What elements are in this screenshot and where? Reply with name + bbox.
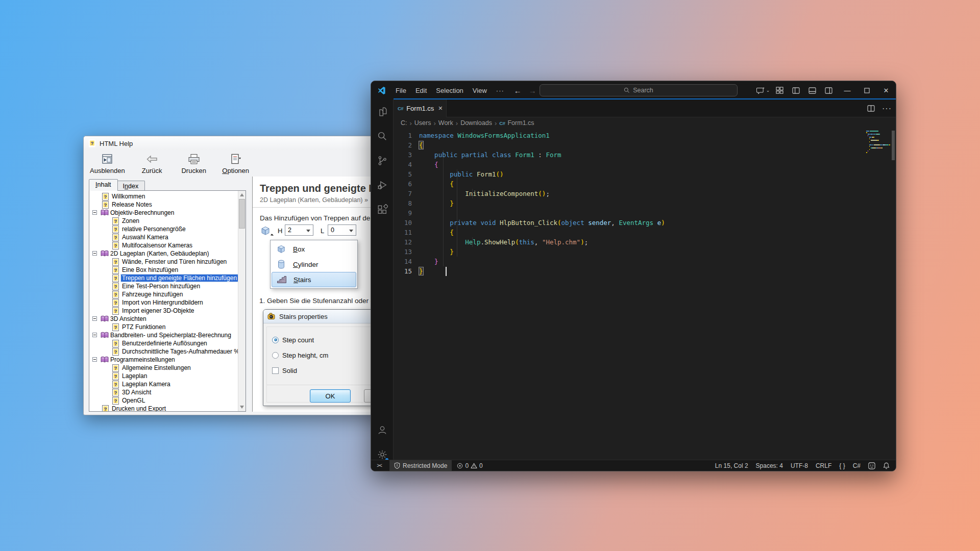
explorer-icon[interactable] (371, 102, 394, 122)
encoding[interactable]: UTF-8 (791, 462, 808, 469)
options-toolbar-button[interactable]: Optionen (221, 153, 251, 178)
code-line[interactable]: 4 { (394, 160, 860, 169)
tree-item[interactable]: ?Treppen und geneigte Flächen hinzufügen (89, 274, 238, 282)
copilot-chat-icon[interactable]: ⌄ (756, 84, 770, 97)
search-box[interactable]: Search (540, 84, 738, 96)
tree-item[interactable]: ?OpenGL (89, 396, 238, 405)
code-line[interactable]: 5 public Form1() (394, 169, 860, 179)
tree-item-label[interactable]: PTZ Funktionen (121, 323, 166, 331)
tree-item[interactable]: ?Benutzerdefinierte Auflösungen (89, 339, 238, 347)
tree-item[interactable]: ?Durchschnittliche Tages-Aufnahmedauer % (89, 347, 238, 356)
collapse-minus-icon[interactable] (92, 357, 97, 362)
nav-back-icon[interactable]: ← (514, 86, 522, 95)
tree-item[interactable]: Bandbreiten- und Speicherplatz-Berechnun… (89, 331, 238, 339)
tree-item[interactable]: ?Import eigener 3D-Objekte (89, 307, 238, 315)
collapse-minus-icon[interactable] (92, 210, 97, 215)
tree-item-label[interactable]: Drucken und Export (111, 405, 167, 411)
editor-scrollbar[interactable] (891, 129, 896, 460)
close-button[interactable]: ✕ (876, 81, 896, 99)
tree-item[interactable]: ?Release Notes (89, 201, 238, 209)
extensions-icon[interactable] (371, 199, 394, 220)
split-editor-icon[interactable] (867, 105, 875, 112)
tree-item[interactable]: Objektiv-Berechnungen (89, 209, 238, 217)
minimap[interactable] (866, 131, 890, 154)
tree-item-label[interactable]: Allgemeine Einstellungen (121, 364, 192, 371)
tree-item-label[interactable]: Benutzerdefinierte Auflösungen (121, 340, 208, 347)
topic-breadcrumb[interactable]: 2D Lageplan (Karten, Gebäudeplan) » (260, 196, 368, 204)
solid-checkbox[interactable] (272, 367, 279, 374)
problems-indicator[interactable]: 0 0 (457, 462, 482, 469)
source-control-icon[interactable] (371, 151, 394, 171)
tree-item[interactable]: Programmeinstellungen (89, 356, 238, 364)
code-line[interactable]: 8 } (394, 198, 860, 208)
tree-item[interactable]: ?Eine Test-Person hinzufügen (89, 282, 238, 290)
accounts-icon[interactable] (371, 420, 394, 440)
code-editor[interactable]: 1namespace WindowsFormsApplication12{3 p… (394, 129, 896, 460)
tree-item-label[interactable]: Import eigener 3D-Objekte (121, 307, 195, 314)
tree-item[interactable]: ?Auswahl Kamera (89, 233, 238, 241)
tree-item-label[interactable]: Release Notes (111, 201, 153, 208)
tree-item-label[interactable]: Bandbreiten- und Speicherplatz-Berechnun… (109, 332, 232, 339)
minimize-button[interactable]: — (838, 81, 857, 99)
customize-layout-icon[interactable] (772, 84, 787, 97)
notifications-bell-icon[interactable] (883, 462, 890, 469)
menu-file[interactable]: File (391, 85, 411, 96)
tree-item-label[interactable]: Objektiv-Berechnungen (109, 209, 175, 216)
height-combobox[interactable]: 2 (285, 224, 313, 236)
ok-button[interactable]: OK (310, 389, 351, 403)
scroll-up-arrow-icon[interactable] (240, 193, 244, 196)
tree-item[interactable]: 3D Ansichten (89, 315, 238, 323)
indentation[interactable]: Spaces: 4 (756, 462, 783, 469)
tree-item[interactable]: ?Allgemeine Einstellungen (89, 364, 238, 372)
tree-item-label[interactable]: OpenGL (121, 397, 146, 404)
breadcrumb-item[interactable]: Form1.cs (507, 119, 534, 127)
tree-item[interactable]: ?Lageplan (89, 372, 238, 380)
tree-item[interactable]: 2D Lageplan (Karten, Gebäudeplan) (89, 249, 238, 258)
tree-scrollbar[interactable] (238, 191, 246, 411)
code-line[interactable]: 14 } (394, 257, 860, 266)
collapse-minus-icon[interactable] (92, 333, 97, 337)
tree-item-label[interactable]: 2D Lageplan (Karten, Gebäudeplan) (109, 250, 210, 257)
menu-edit[interactable]: Edit (411, 85, 431, 96)
tree-item-label[interactable]: Import von Hintergrundbildern (121, 299, 204, 306)
tree-item-label[interactable]: Wände, Fenster und Türen hinzufügen (121, 258, 228, 265)
search-view-icon[interactable] (371, 126, 394, 146)
language-mode[interactable]: C# (853, 462, 861, 469)
tree-item-label[interactable]: Auswahl Kamera (121, 234, 169, 241)
tree-item-label[interactable]: Eine Test-Person hinzufügen (121, 283, 201, 290)
menu-view[interactable]: View (468, 85, 492, 96)
collapse-minus-icon[interactable] (92, 251, 97, 256)
tab-form1-cs[interactable]: C# Form1.cs ✕ (394, 99, 447, 117)
radio-unselected[interactable] (272, 352, 279, 359)
radio-selected[interactable] (272, 337, 279, 343)
nav-forward-icon[interactable]: → (529, 86, 536, 95)
tree-item-label[interactable]: Programmeinstellungen (109, 356, 176, 363)
back-toolbar-button[interactable]: Zurück (137, 153, 167, 178)
code-line[interactable]: 12 Help.ShowHelp(this, "Help.chm"); (394, 237, 860, 247)
tree-item[interactable]: ?Drucken und Export (89, 405, 238, 411)
code-line[interactable]: 11 { (394, 228, 860, 237)
tree-item-label[interactable]: 3D Ansicht (121, 389, 152, 396)
tab-close-icon[interactable]: ✕ (438, 105, 443, 112)
tab-index[interactable]: Index (116, 181, 145, 191)
menu-item-stairs[interactable]: Stairs (272, 272, 356, 287)
code-line[interactable]: 9 (394, 208, 860, 218)
tree-item-label[interactable]: Lageplan (121, 372, 148, 380)
scrollbar-thumb[interactable] (239, 199, 245, 229)
breadcrumb-item[interactable]: Work (438, 119, 453, 127)
tree-item-label[interactable]: Multifocalsensor Kameras (121, 242, 193, 249)
toggle-sidebar-icon[interactable] (789, 84, 803, 97)
editor-more-actions-icon[interactable]: ··· (882, 104, 892, 113)
tree-item[interactable]: ?relative Personengröße (89, 225, 238, 233)
code-line[interactable]: 6 { (394, 179, 860, 189)
code-line[interactable]: 2{ (394, 140, 860, 150)
brackets-indicator[interactable]: { } (839, 462, 845, 469)
print-toolbar-button[interactable]: Drucken (179, 153, 209, 178)
menu-more-button[interactable]: ··· (492, 85, 509, 96)
tree-item-label[interactable]: Eine Box hinzufügen (121, 266, 179, 273)
vscode-titlebar[interactable]: FileEditSelectionView ··· ← → Search ⌄ (371, 81, 896, 99)
code-line[interactable]: 10 private void HlpButton_Click(object s… (394, 218, 860, 228)
tree-item[interactable]: ?PTZ Funktionen (89, 323, 238, 331)
code-line[interactable]: 1namespace WindowsFormsApplication1 (394, 131, 860, 140)
tree-item[interactable]: ?Eine Box hinzufügen (89, 266, 238, 274)
